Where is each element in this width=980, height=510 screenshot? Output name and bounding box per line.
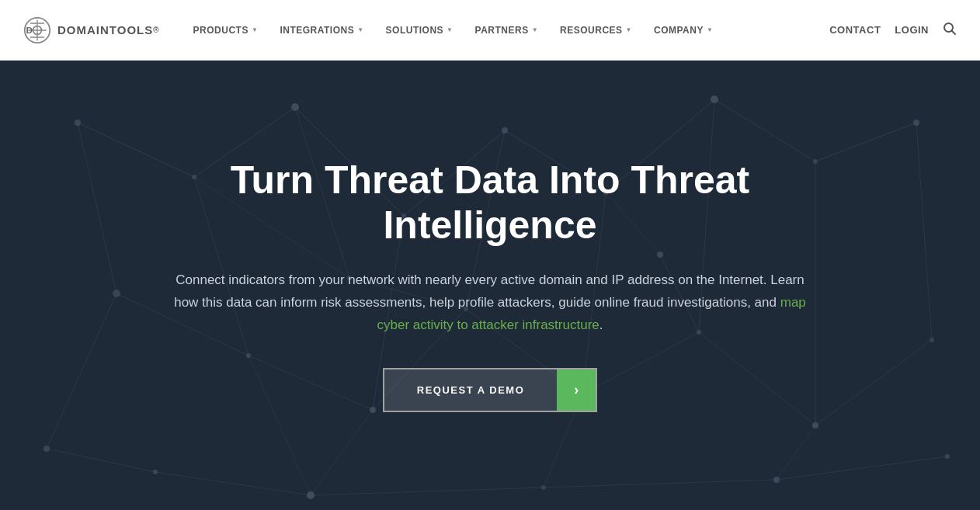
hero-title: Turn Threat Data Into Threat Intelligenc…: [172, 158, 808, 248]
hero-content: Turn Threat Data Into Threat Intelligenc…: [141, 158, 839, 412]
chevron-down-icon: ▼: [707, 26, 713, 33]
brand-reg-symbol: ®: [153, 26, 158, 34]
hero-section: Turn Threat Data Into Threat Intelligenc…: [0, 61, 980, 510]
nav-links: PRODUCTS ▼ INTEGRATIONS ▼ SOLUTIONS ▼ PA…: [182, 0, 830, 61]
nav-login-link[interactable]: LOGIN: [895, 24, 929, 36]
request-demo-button[interactable]: REQUEST A DEMO: [384, 369, 558, 411]
nav-item-solutions[interactable]: SOLUTIONS ▼: [375, 0, 464, 61]
search-icon[interactable]: [943, 22, 957, 39]
brand-logo[interactable]: D DOMAINTOOLS®: [23, 16, 159, 44]
chevron-down-icon: ▼: [357, 26, 363, 33]
nav-item-resources[interactable]: RESOURCES ▼: [549, 0, 643, 61]
nav-item-partners[interactable]: PARTNERS ▼: [464, 0, 550, 61]
nav-item-integrations[interactable]: INTEGRATIONS ▼: [269, 0, 374, 61]
chevron-down-icon: ▼: [626, 26, 632, 33]
hero-subtitle: Connect indicators from your network wit…: [172, 269, 808, 337]
nav-right: CONTACT LOGIN: [829, 22, 957, 39]
brand-icon: D: [23, 16, 51, 44]
nav-item-products[interactable]: PRODUCTS ▼: [182, 0, 269, 61]
chevron-down-icon: ▼: [532, 26, 538, 33]
chevron-down-icon: ▼: [447, 26, 453, 33]
navbar: D DOMAINTOOLS® PRODUCTS ▼ INTEGRATIONS ▼…: [0, 0, 980, 61]
svg-line-4: [952, 30, 956, 34]
request-demo-arrow-button[interactable]: ›: [557, 369, 596, 411]
svg-text:D: D: [26, 24, 33, 34]
arrow-right-icon: ›: [574, 382, 579, 398]
chevron-down-icon: ▼: [252, 26, 258, 33]
brand-name: DOMAINTOOLS: [57, 23, 153, 36]
cta-button-group: REQUEST A DEMO ›: [383, 368, 598, 412]
nav-item-company[interactable]: COMPANY ▼: [643, 0, 724, 61]
nav-contact-link[interactable]: CONTACT: [829, 24, 881, 36]
